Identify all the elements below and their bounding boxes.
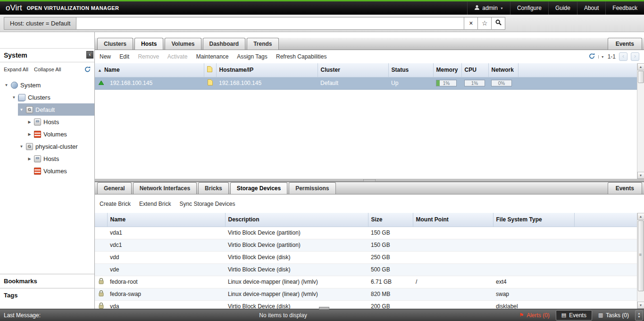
- next-page-button[interactable]: ›: [631, 52, 639, 61]
- status-center-message: No items to display: [0, 312, 566, 319]
- tree-item[interactable]: ▶ Hosts: [26, 152, 94, 165]
- alerts-button[interactable]: ⚑ Alerts (0): [514, 309, 555, 321]
- bookmarks-section-header[interactable]: Bookmarks: [0, 274, 94, 288]
- tree-expander-icon[interactable]: ▶: [26, 120, 33, 124]
- detail-events-button[interactable]: Events: [608, 182, 642, 194]
- tree-refresh-button[interactable]: [84, 66, 91, 72]
- tree-item[interactable]: ▶ Volumes: [26, 128, 94, 140]
- storage-device-row[interactable]: vde Virtio Block Device (disk) 500 GB: [95, 263, 637, 276]
- collapse-all-link[interactable]: Collapse All: [34, 67, 61, 72]
- tree-expander-icon[interactable]: ▶: [26, 157, 33, 161]
- tree-expander-icon[interactable]: ▶: [26, 132, 33, 136]
- col-header-status[interactable]: Status: [388, 63, 433, 77]
- storage-device-row[interactable]: vda1 Virtio Block Device (partition) 150…: [95, 227, 637, 239]
- col-header-name[interactable]: ▲Name: [95, 63, 204, 77]
- search-button[interactable]: [492, 17, 505, 30]
- storage-device-row[interactable]: vdc1 Virtio Block Device (partition) 150…: [95, 239, 637, 251]
- detail-tab[interactable]: Permissions: [289, 182, 335, 194]
- storage-device-row[interactable]: vdd Virtio Block Device (disk) 250 GB: [95, 251, 637, 263]
- toolbar-action[interactable]: Assign Tags: [237, 53, 267, 60]
- col-header-note-icon[interactable]: [204, 63, 216, 77]
- main-tab[interactable]: Volumes: [165, 38, 201, 50]
- tasks-button[interactable]: ▥ Tasks (0): [593, 309, 634, 321]
- scroll-up-icon[interactable]: ▲: [637, 63, 644, 70]
- tree-item[interactable]: ▼ Default: [18, 103, 94, 116]
- col-header-name[interactable]: Name: [107, 213, 225, 227]
- storage-device-row[interactable]: vda Virtio Block Device (disk) 200 GB di…: [95, 300, 637, 309]
- col-header-cpu[interactable]: CPU: [461, 63, 488, 77]
- detail-tab[interactable]: General: [97, 182, 132, 194]
- toolbar-action[interactable]: Activate: [167, 53, 188, 60]
- col-header-hostname[interactable]: Hostname/IP: [216, 63, 318, 77]
- tree-expander-icon[interactable]: ▼: [18, 144, 25, 149]
- tree-expander-icon[interactable]: ▼: [3, 83, 10, 87]
- status-panel-handle[interactable]: [319, 307, 329, 309]
- scroll-down-icon[interactable]: ▼: [637, 172, 644, 179]
- toolbar-action[interactable]: Remove: [138, 53, 159, 60]
- panel-splitter[interactable]: [95, 179, 644, 181]
- storage-devices-grid: Name Description Size Mount Point File S…: [95, 213, 644, 309]
- device-description-cell: Virtio Block Device (disk): [225, 251, 368, 263]
- tree-item[interactable]: ▼ System: [3, 79, 94, 91]
- configure-menu[interactable]: Configure: [510, 1, 548, 15]
- toolbar-action[interactable]: Edit: [119, 53, 129, 60]
- events-footer-button[interactable]: ▤ Events: [556, 310, 592, 321]
- storage-action[interactable]: Extend Brick: [139, 201, 171, 207]
- main-tab[interactable]: Dashboard: [203, 38, 246, 50]
- splitter-handle[interactable]: [363, 179, 376, 181]
- hosts-scrollbar[interactable]: ▲ ▼: [637, 63, 644, 179]
- tree-expander-icon[interactable]: ▼: [10, 95, 17, 100]
- storage-action[interactable]: Sync Storage Devices: [179, 201, 235, 207]
- col-header-description[interactable]: Description: [225, 213, 368, 227]
- col-header-memory[interactable]: Memory: [433, 63, 461, 77]
- storage-scrollbar[interactable]: ▲ ▼: [637, 213, 644, 309]
- storage-header-row: Name Description Size Mount Point File S…: [95, 213, 637, 227]
- prev-page-button[interactable]: ‹: [619, 52, 627, 61]
- toolbar-action[interactable]: Refresh Capabilities: [276, 53, 326, 60]
- storage-action[interactable]: Create Brick: [100, 201, 131, 207]
- host-row[interactable]: 192.168.100.145 192.168.100.145 Default …: [95, 77, 637, 89]
- clear-search-button[interactable]: ×: [464, 17, 478, 30]
- scrollbar-thumb[interactable]: [638, 71, 644, 83]
- main-tab[interactable]: Trends: [247, 38, 278, 50]
- detail-tab[interactable]: Bricks: [198, 182, 229, 194]
- col-header-size[interactable]: Size: [368, 213, 413, 227]
- refresh-rate-dropdown[interactable]: ▼: [598, 55, 604, 59]
- tree-expander-icon[interactable]: ▼: [18, 108, 25, 112]
- guide-menu[interactable]: Guide: [548, 1, 577, 15]
- network-usage-bar: 0%: [491, 80, 512, 86]
- tree-item[interactable]: ▼ Clusters: [10, 91, 94, 103]
- scroll-up-icon[interactable]: ▲: [637, 213, 644, 220]
- footer-panel-toggle[interactable]: ▲ ▼: [635, 310, 643, 321]
- toolbar-action[interactable]: New: [100, 53, 111, 60]
- main-tab[interactable]: Clusters: [97, 38, 133, 50]
- col-header-mount-point[interactable]: Mount Point: [413, 213, 493, 227]
- expand-all-link[interactable]: Expand All: [4, 67, 28, 72]
- tree-item[interactable]: ▼ physical-cluster: [18, 140, 94, 152]
- toolbar-action[interactable]: Maintenance: [196, 53, 229, 60]
- main-tab[interactable]: Hosts: [134, 38, 163, 50]
- sidebar-collapse-button[interactable]: ‹: [86, 51, 93, 59]
- user-menu[interactable]: admin ▼: [467, 1, 510, 15]
- scrollbar-thumb[interactable]: [638, 220, 644, 291]
- tree-item[interactable]: ▶ Hosts: [26, 116, 94, 128]
- col-header-fs-type[interactable]: File System Type: [493, 213, 574, 227]
- about-menu[interactable]: About: [577, 1, 605, 15]
- col-header-network[interactable]: Network: [488, 63, 518, 77]
- tags-section-header[interactable]: Tags: [0, 288, 94, 302]
- detail-tab[interactable]: Network Interfaces: [133, 182, 197, 194]
- grid-refresh-button[interactable]: [589, 53, 595, 60]
- lock-icon: [99, 291, 104, 298]
- storage-device-row[interactable]: fedora-root Linux device-mapper (linear)…: [95, 276, 637, 288]
- scroll-down-icon[interactable]: ▼: [637, 302, 644, 309]
- feedback-menu[interactable]: Feedback: [605, 1, 644, 15]
- col-header-cluster[interactable]: Cluster: [318, 63, 388, 77]
- detail-tab[interactable]: Storage Devices: [230, 182, 287, 194]
- bookmark-search-button[interactable]: ☆: [478, 17, 492, 30]
- search-scope-label[interactable]: Host: cluster = Default: [4, 17, 76, 30]
- storage-device-row[interactable]: fedora-swap Linux device-mapper (linear)…: [95, 288, 637, 300]
- search-input[interactable]: [76, 17, 464, 30]
- main-events-button[interactable]: Events: [608, 38, 642, 50]
- tree-item-label: Hosts: [43, 155, 59, 162]
- tree-item[interactable]: Volumes: [26, 165, 94, 177]
